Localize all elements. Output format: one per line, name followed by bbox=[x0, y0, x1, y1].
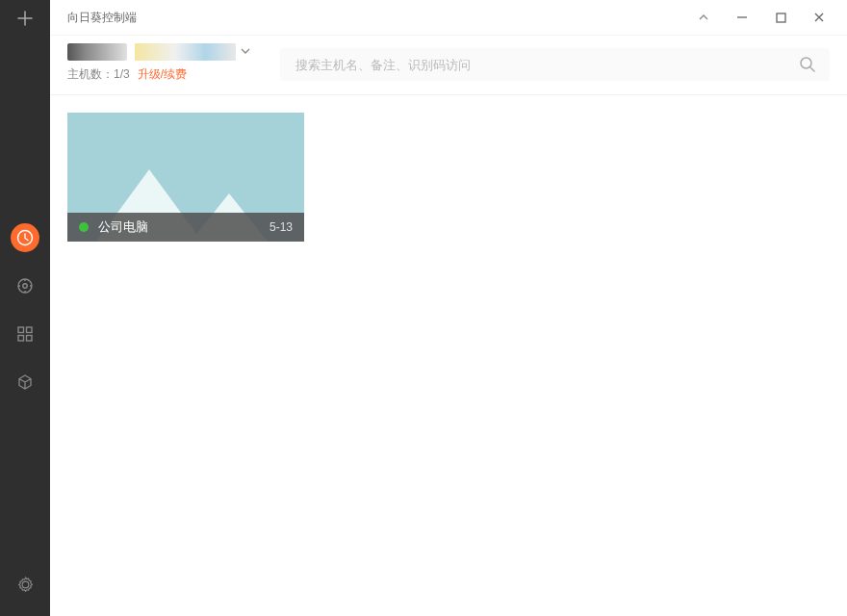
search-button[interactable] bbox=[799, 56, 816, 77]
content-area: 公司电脑 5-13 bbox=[50, 95, 847, 616]
upgrade-link[interactable]: 升级/续费 bbox=[138, 66, 187, 83]
maximize-button[interactable] bbox=[774, 11, 787, 24]
sidebar-recent[interactable] bbox=[11, 223, 39, 252]
status-indicator bbox=[79, 222, 89, 232]
sidebar-apps[interactable] bbox=[11, 320, 39, 348]
host-date: 5-13 bbox=[270, 220, 293, 234]
minimize-button[interactable] bbox=[735, 11, 749, 24]
host-count-value: 1/3 bbox=[114, 67, 130, 81]
svg-point-8 bbox=[801, 58, 811, 68]
host-card[interactable]: 公司电脑 5-13 bbox=[67, 113, 304, 242]
host-count-label: 主机数： bbox=[67, 67, 114, 81]
settings-button[interactable] bbox=[11, 570, 39, 599]
svg-rect-7 bbox=[777, 13, 785, 22]
maximize-icon bbox=[776, 13, 786, 23]
location-icon bbox=[16, 277, 34, 295]
svg-rect-4 bbox=[27, 327, 33, 333]
avatar bbox=[67, 43, 127, 61]
clock-icon bbox=[16, 229, 34, 246]
search-input[interactable] bbox=[280, 48, 830, 81]
svg-point-2 bbox=[23, 284, 27, 288]
header: 主机数：1/3 升级/续费 bbox=[50, 36, 847, 95]
svg-rect-3 bbox=[18, 327, 24, 333]
sidebar-discover[interactable] bbox=[11, 271, 39, 300]
user-dropdown[interactable] bbox=[240, 43, 251, 61]
gear-icon bbox=[16, 576, 35, 594]
host-name: 公司电脑 bbox=[98, 218, 270, 236]
minimize-icon bbox=[736, 12, 748, 23]
chevron-up-icon bbox=[698, 12, 709, 23]
close-button[interactable] bbox=[812, 11, 826, 24]
grid-icon bbox=[16, 325, 34, 343]
app-title: 向日葵控制端 bbox=[67, 10, 137, 26]
plus-icon bbox=[15, 9, 35, 28]
sidebar bbox=[0, 0, 50, 616]
close-icon bbox=[813, 12, 825, 23]
chevron-down-icon bbox=[240, 45, 251, 57]
add-button[interactable] bbox=[0, 0, 50, 36]
svg-rect-6 bbox=[27, 336, 33, 342]
svg-point-1 bbox=[18, 279, 32, 293]
main-area: 向日葵控制端 bbox=[50, 0, 847, 616]
cube-icon bbox=[16, 373, 34, 391]
collapse-button[interactable] bbox=[697, 11, 710, 24]
svg-rect-5 bbox=[18, 336, 24, 342]
search-icon bbox=[799, 56, 816, 73]
titlebar: 向日葵控制端 bbox=[50, 0, 847, 36]
username-blur bbox=[135, 43, 236, 61]
sidebar-cube[interactable] bbox=[11, 368, 39, 397]
